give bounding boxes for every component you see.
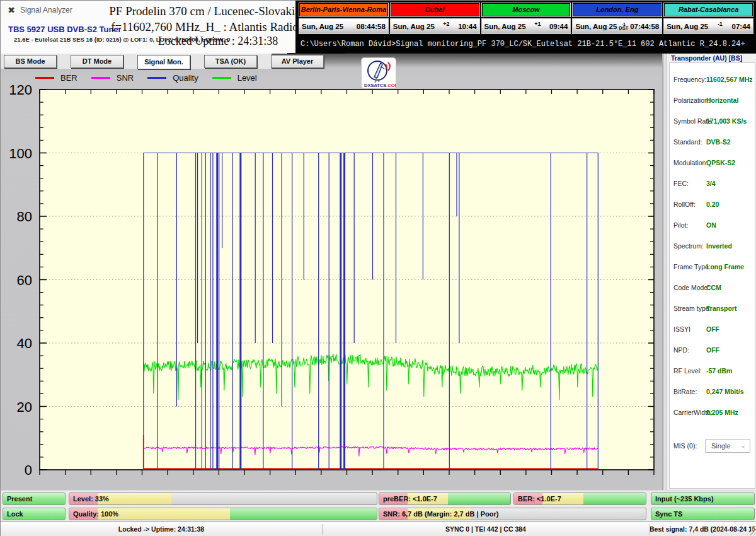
mis-label: MIS (0): — [673, 442, 697, 450]
transponder-label: Modulation: — [673, 159, 707, 166]
legend-label: BER — [60, 73, 77, 83]
panel-divider[interactable] — [662, 54, 667, 490]
svg-text:DXSATCS.COM: DXSATCS.COM — [364, 83, 396, 88]
locked-uptime-title: Locked Uptime : 24:31:38 — [106, 35, 303, 48]
clock-date: Sun, Aug 25 — [393, 23, 435, 30]
transponder-row-polarization-: Polarization:Horizontal — [670, 96, 755, 105]
legend-swatch — [35, 77, 54, 79]
transponder-label: Frequency: — [673, 76, 707, 83]
legend-item-quality: Quality — [147, 73, 198, 83]
statusbar-uptime: Locked -> Uptime: 24:31:38 — [1, 522, 322, 536]
frequency-title: f=11602,760 MHz_H_ : Atlantis Radio — [106, 20, 303, 34]
input-indicator: Input (~235 Kbps) — [651, 492, 755, 505]
transponder-row-carrierwidth-: CarrierWidth:0,205 MHz — [670, 409, 755, 417]
preber-bar: preBER: <1.0E-7 — [379, 492, 511, 505]
transponder-row-rf-level-: RF Level:-57 dBm — [670, 367, 755, 376]
transponder-sidebar: Transponder (AU) [BS] Frequency:11602,56… — [667, 54, 756, 490]
transponder-row-issyi: ISSYIOFF — [670, 325, 755, 334]
legend-item-level: Level — [212, 73, 257, 83]
statusbar-separator — [322, 524, 323, 535]
legend-label: Level — [238, 73, 257, 83]
svg-text:20: 20 — [17, 399, 32, 415]
transponder-label: NPD: — [673, 346, 689, 354]
svg-text:0: 0 — [25, 462, 32, 478]
clock-time: 09:44 — [549, 23, 568, 30]
chart-panel: 020406080100120 BS ModeDT ModeSignal Mon… — [1, 54, 667, 490]
app-icon: ✖ — [6, 5, 16, 15]
clock-time: 08:44:58 — [357, 23, 386, 30]
tab-signal-mon-[interactable]: Signal Mon. — [137, 55, 190, 69]
transponder-value: Long Frame — [706, 263, 744, 271]
transponder-row-code-mode-: Code Mode:CCM — [670, 284, 755, 293]
indicator-label: BER: <1.0E-7 — [518, 493, 561, 505]
indicator-label: Present — [7, 493, 32, 505]
transponder-label: Code Mode: — [673, 284, 709, 291]
transponder-row-rolloff-: RollOff:0.20 — [670, 201, 755, 209]
transponder-value: 0.20 — [706, 201, 719, 208]
transponder-value: DVB-S2 — [706, 138, 731, 146]
mis-dropdown[interactable]: Single⌄ — [705, 439, 750, 453]
clock-time-row: Sun, Aug 25-1DST07:44:58 — [572, 18, 662, 34]
transponder-label: BitRate: — [673, 388, 697, 395]
ber-bar: BER: <1.0E-7 — [513, 492, 646, 505]
transponder-label: RF Level: — [673, 367, 702, 375]
transponder-value: Horizontal — [706, 96, 738, 104]
indicator-label: Quality: 100% — [73, 508, 118, 520]
clock-city-name: London, Eng — [572, 3, 662, 17]
legend-swatch — [91, 77, 110, 79]
transponder-label: Polarization: — [673, 96, 710, 104]
clock-city-3: MoscowSun, Aug 25+109:44 — [481, 3, 571, 34]
transponder-value: -57 dBm — [706, 367, 732, 375]
transponder-row-symbol-rate-: Symbol Rate:171,003 KS/s — [670, 117, 755, 126]
clock-utc-offset: -1 — [708, 21, 731, 27]
transponder-row-fec-: FEC:3/4 — [670, 180, 755, 189]
transponder-row-modulation-: Modulation:QPSK-S2 — [670, 159, 755, 168]
satellite-dish-icon: DXSATCS.COM — [362, 58, 396, 88]
transponder-label: Spectrum: — [673, 242, 704, 250]
clock-city-1: Berlin-Paris-Vienna-RomaSun, Aug 2508:44… — [299, 3, 389, 34]
legend-item-snr: SNR — [91, 73, 134, 83]
transponder-row-bitrate-: BitRate:0,247 Mbit/s — [670, 388, 755, 397]
legend-swatch — [147, 77, 166, 79]
dxsatcs-logo: DXSATCS.COM — [361, 57, 396, 89]
clock-date: Sun, Aug 25 — [575, 23, 617, 30]
clock-city-name: Berlin-Paris-Vienna-Roma — [299, 3, 389, 17]
dish-location-title: PF Prodelin 370 cm / Lucenec-Slovakia — [106, 4, 303, 18]
logo-text-suffix: .COM — [386, 83, 396, 88]
svg-text:60: 60 — [17, 272, 32, 288]
clock-utc-offset: +1 — [526, 21, 549, 27]
clock-city-name: Moscow — [481, 3, 571, 17]
tab-tsa-ok-[interactable]: TSA (OK) — [204, 55, 257, 68]
indicator-label: Sync TS — [655, 508, 682, 520]
clock-utc-offset: -1DST — [617, 20, 630, 28]
clock-time-row: Sun, Aug 25-107:44 — [663, 18, 753, 34]
signal-chart: 020406080100120 — [1, 54, 667, 490]
clock-time: 10:44 — [458, 23, 476, 30]
clock-city-name: Rabat-Casablanca — [663, 3, 753, 17]
tab-av-player[interactable]: AV Player — [271, 55, 324, 68]
clock-time-row: Sun, Aug 25+210:44 — [390, 18, 480, 34]
transponder-label: Standard: — [673, 138, 702, 146]
svg-text:100: 100 — [9, 146, 32, 161]
clock-time: 07:44:58 — [630, 23, 659, 30]
clock-time-row: Sun, Aug 25+109:44 — [481, 18, 571, 34]
transponder-row-spectrum-: Spectrum:Inverted — [670, 242, 755, 251]
transponder-value: 171,003 KS/s — [706, 117, 747, 125]
chart-legend: BERSNRQualityLevel — [35, 73, 271, 83]
tab-dt-mode[interactable]: DT Mode — [71, 55, 123, 68]
legend-label: SNR — [117, 73, 134, 83]
transponder-row-frequency-: Frequency:11602,567 MHz — [670, 76, 755, 84]
quality-bar: Quality: 100% — [69, 508, 377, 520]
indicator-label: preBER: <1.0E-7 — [383, 493, 437, 505]
clock-city-4: London, EngSun, Aug 25-1DST07:44:58 — [572, 3, 662, 34]
transponder-label: Pilot: — [673, 221, 688, 229]
clock-date: Sun, Aug 25 — [484, 23, 526, 30]
indicator-label: Input (~235 Kbps) — [655, 493, 714, 505]
legend-item-ber: BER — [35, 73, 77, 83]
logo-text-main: DXSATCS — [364, 83, 386, 88]
transponder-row-npd-: NPD:OFF — [670, 346, 755, 355]
console-window[interactable]: Berlin-Paris-Vienna-RomaSun, Aug 2508:44… — [295, 1, 756, 54]
tab-bs-mode[interactable]: BS Mode — [4, 55, 57, 68]
clock-city-name: Dubai — [390, 3, 480, 17]
statusbar: Locked -> Uptime: 24:31:38 SYNC 0 | TEI … — [1, 521, 756, 536]
